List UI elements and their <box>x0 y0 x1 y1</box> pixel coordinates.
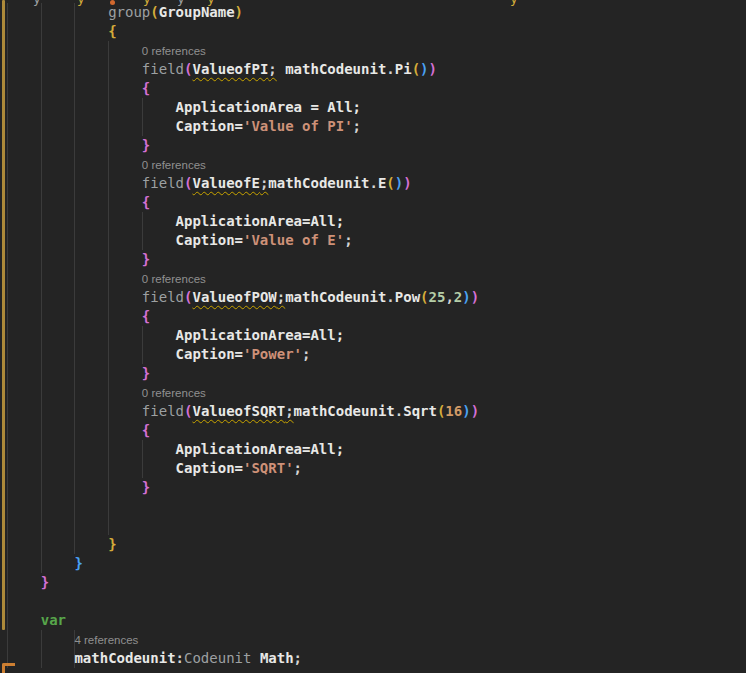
codelens-label[interactable]: 0 references <box>142 273 206 285</box>
codelens-label[interactable]: 4 references <box>74 634 138 646</box>
code-token: ApplicationArea=All; <box>176 327 345 343</box>
code-line-content: Caption='Value of E'; <box>0 231 746 250</box>
code-token: } <box>142 479 150 495</box>
code-line-content: } <box>0 250 746 269</box>
codelens-line[interactable]: 0 references <box>0 269 746 288</box>
clipped-decoration-mark <box>2 663 15 673</box>
code-line[interactable]: } <box>0 364 746 383</box>
code-line[interactable]: ApplicationArea=All; <box>0 212 746 231</box>
code-token: ApplicationArea=All; <box>176 213 345 229</box>
code-token: mathCodeunit <box>285 289 386 305</box>
code-line-content: } <box>0 535 746 554</box>
code-line[interactable]: } <box>0 136 746 155</box>
code-line[interactable]: field(ValueofE;mathCodeunit.E()) <box>0 174 746 193</box>
code-token: Caption= <box>176 232 243 248</box>
code-token: Caption= <box>176 118 243 134</box>
code-line-content: Caption='SQRT'; <box>0 459 746 478</box>
code-token: ; <box>344 232 352 248</box>
code-token: ValueofSQRT <box>192 403 285 419</box>
code-token: ( <box>386 175 394 191</box>
code-token: ( <box>420 289 428 305</box>
code-line-content: } <box>0 364 746 383</box>
code-token <box>251 650 259 666</box>
code-token: Math <box>260 650 294 666</box>
code-line[interactable]: { <box>0 22 746 41</box>
code-token: } <box>41 574 49 590</box>
codelens-line[interactable]: 0 references <box>0 41 746 60</box>
code-line-content: { <box>0 307 746 326</box>
code-token: Caption= <box>176 346 243 362</box>
codelens-references: 4 references <box>0 630 746 649</box>
code-token: 25 <box>429 289 446 305</box>
codelens-line[interactable]: 4 references <box>0 630 746 649</box>
code-line[interactable]: Caption='SQRT'; <box>0 459 746 478</box>
code-token: ; <box>268 61 276 77</box>
code-line[interactable]: Caption='Value of PI'; <box>0 117 746 136</box>
code-token: . <box>395 403 403 419</box>
code-token: ; <box>353 118 361 134</box>
code-editor[interactable]: yyyyyy group(GroupName){0 referencesfiel… <box>0 0 746 673</box>
codelens-line[interactable]: 0 references <box>0 383 746 402</box>
code-line[interactable]: ApplicationArea=All; <box>0 326 746 345</box>
code-line[interactable]: { <box>0 421 746 440</box>
code-token: var <box>41 612 66 628</box>
code-line[interactable] <box>0 592 746 611</box>
code-token: ApplicationArea = All; <box>176 99 361 115</box>
code-line[interactable]: Caption='Value of E'; <box>0 231 746 250</box>
code-line[interactable]: ApplicationArea = All; <box>0 98 746 117</box>
code-token: . <box>386 289 394 305</box>
codelens-line[interactable]: 0 references <box>0 155 746 174</box>
code-line-content: } <box>0 478 746 497</box>
code-token: . <box>369 175 377 191</box>
code-token: 'Value of E' <box>243 232 344 248</box>
code-line[interactable] <box>0 497 746 516</box>
code-token: ( <box>150 4 158 20</box>
code-token: Sqrt <box>403 403 437 419</box>
code-token: { <box>108 23 116 39</box>
code-token: mathCodeunit <box>294 403 395 419</box>
code-line[interactable]: field(ValueofSQRT;mathCodeunit.Sqrt(16)) <box>0 402 746 421</box>
code-line[interactable]: } <box>0 535 746 554</box>
code-line[interactable]: { <box>0 307 746 326</box>
code-line[interactable]: } <box>0 250 746 269</box>
code-token: } <box>108 536 116 552</box>
code-line[interactable]: var <box>0 611 746 630</box>
code-token: Pi <box>395 61 412 77</box>
code-token: ) <box>429 61 437 77</box>
code-line[interactable]: field(ValueofPI; mathCodeunit.Pi()) <box>0 60 746 79</box>
code-token: ) <box>235 4 243 20</box>
code-token: 'SQRT' <box>243 460 294 476</box>
code-lines[interactable]: group(GroupName){0 referencesfield(Value… <box>0 3 746 668</box>
code-line-content <box>0 592 746 611</box>
codelens-references: 0 references <box>0 383 746 402</box>
code-line[interactable]: } <box>0 554 746 573</box>
code-line[interactable]: { <box>0 79 746 98</box>
code-line[interactable]: } <box>0 478 746 497</box>
code-token: GroupName <box>159 4 235 20</box>
code-token: . <box>386 61 394 77</box>
code-line[interactable]: { <box>0 193 746 212</box>
code-line-content: ApplicationArea=All; <box>0 440 746 459</box>
code-token: Codeunit <box>184 650 251 666</box>
code-line[interactable]: group(GroupName) <box>0 3 746 22</box>
code-token: } <box>142 251 150 267</box>
code-line-content: { <box>0 79 746 98</box>
code-token: ( <box>412 61 420 77</box>
code-line-content: field(ValueofPI; mathCodeunit.Pi()) <box>0 60 746 79</box>
code-line-content: Caption='Power'; <box>0 345 746 364</box>
codelens-label[interactable]: 0 references <box>142 387 206 399</box>
codelens-label[interactable]: 0 references <box>142 45 206 57</box>
code-line[interactable] <box>0 516 746 535</box>
code-token: { <box>142 194 150 210</box>
code-line[interactable]: field(ValueofPOW;mathCodeunit.Pow(25,2)) <box>0 288 746 307</box>
code-line[interactable]: mathCodeunit:Codeunit Math; <box>0 649 746 668</box>
codelens-label[interactable]: 0 references <box>142 159 206 171</box>
code-line[interactable]: ApplicationArea=All; <box>0 440 746 459</box>
codelens-references: 0 references <box>0 155 746 174</box>
code-line[interactable]: } <box>0 573 746 592</box>
code-token: } <box>142 137 150 153</box>
code-line[interactable]: Caption='Power'; <box>0 345 746 364</box>
code-line-content: mathCodeunit:Codeunit Math; <box>0 649 746 668</box>
code-token: } <box>74 555 82 571</box>
code-token <box>277 61 285 77</box>
